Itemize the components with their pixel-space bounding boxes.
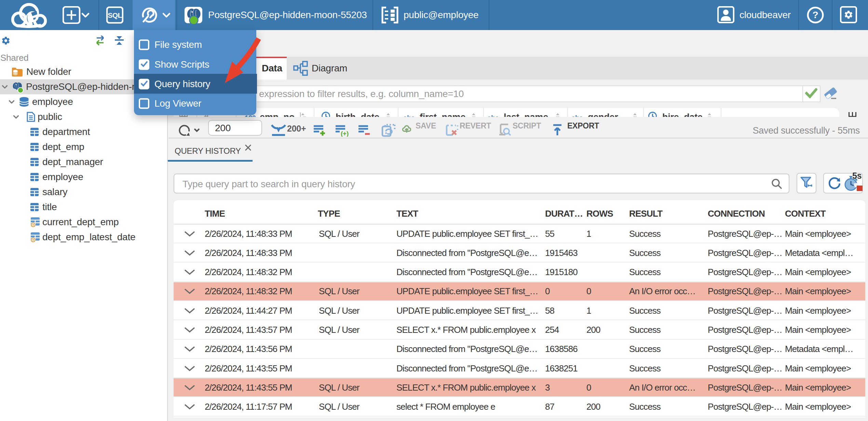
svg-text:?: ? bbox=[813, 10, 818, 20]
svg-text:SQL: SQL bbox=[108, 11, 122, 19]
svg-text:(+): (+) bbox=[341, 130, 349, 137]
